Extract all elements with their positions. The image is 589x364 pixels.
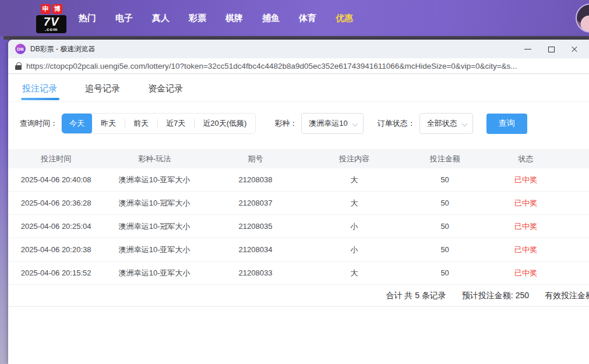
maximize-button[interactable]: [547, 45, 555, 53]
nav-item-slots[interactable]: 电子: [115, 13, 133, 24]
chevron-down-icon: [462, 121, 468, 126]
top-nav-bar: 申 博 7V .com 热门 电子 真人 彩票 棋牌 捕鱼 体育 优惠: [0, 0, 589, 36]
close-button[interactable]: [570, 45, 579, 53]
lottery-select[interactable]: 澳洲幸运10: [301, 113, 363, 134]
minimize-button[interactable]: [524, 45, 532, 53]
user-avatar[interactable]: [576, 3, 589, 33]
table-cell: 21208037: [205, 199, 306, 207]
url-bar[interactable]: https://ctopcp02pcali.uengi5e.com/lotter…: [8, 58, 589, 74]
status-select-value: 全部状态: [427, 118, 457, 129]
time-option-7days[interactable]: 近7天: [157, 114, 194, 133]
table-row: 2025-04-06 20:40:08澳洲幸运10-亚军大小21208038大5…: [8, 168, 589, 192]
table-cell: 21208033: [205, 268, 306, 277]
header-status: 状态: [487, 154, 565, 164]
table-cell: 21208034: [205, 245, 306, 254]
lock-icon: [15, 62, 22, 70]
table-cell: 已中奖: [487, 268, 565, 278]
summary-valid-amount: 有效投注金额: [545, 291, 589, 301]
status-select[interactable]: 全部状态: [419, 113, 473, 134]
logo-box: 7V .com: [36, 15, 66, 33]
table-row: 2025-04-06 20:15:52澳洲幸运10-亚军大小21208033大5…: [8, 261, 589, 285]
browser-window: DB DB彩票 - 极速浏览器 https://ctopcp02pcali.ue…: [8, 40, 589, 364]
nav-item-live[interactable]: 真人: [152, 13, 170, 24]
time-option-today[interactable]: 今天: [62, 114, 92, 133]
table-body: 2025-04-06 20:40:08澳洲幸运10-亚军大小21208038大5…: [8, 168, 589, 285]
lottery-select-value: 澳洲幸运10: [309, 118, 347, 129]
table-row: 2025-04-06 20:20:38澳洲幸运10-亚军大小21208034小5…: [8, 238, 589, 261]
table-summary-row: 合计 共 5 条记录 预计投注金额: 250 有效投注金额: [8, 285, 589, 307]
time-option-day-before[interactable]: 前天: [125, 114, 157, 133]
header-bet-time: 投注时间: [8, 154, 104, 164]
table-cell: 大: [306, 175, 403, 185]
window-title: DB彩票 - 极速浏览器: [30, 44, 524, 54]
nav-item-hot[interactable]: 热门: [79, 13, 96, 24]
table-cell: 澳洲幸运10-亚军大小: [104, 175, 205, 185]
nav-item-lottery[interactable]: 彩票: [189, 13, 206, 24]
table-cell: 已中奖: [487, 245, 565, 255]
table-row: 2025-04-06 20:25:04澳洲幸运10-冠军大小21208035小5…: [8, 215, 589, 238]
nav-menu: 热门 电子 真人 彩票 棋牌 捕鱼 体育 优惠: [79, 0, 353, 36]
table-cell: 2025-04-06 20:20:38: [8, 245, 104, 254]
time-filter-label: 查询时间：: [20, 118, 58, 129]
table-cell: 21208035: [205, 222, 306, 231]
header-lottery-play: 彩种-玩法: [104, 154, 205, 164]
logo-badge-shen: 申: [41, 4, 51, 14]
table-cell: 小: [306, 221, 403, 232]
table-cell: 已中奖: [487, 175, 565, 185]
table-cell: 小: [306, 245, 403, 255]
table-cell: 已中奖: [487, 198, 565, 208]
table-cell: 已中奖: [487, 221, 565, 232]
site-logo[interactable]: 申 博 7V .com: [36, 4, 66, 33]
nav-item-promo[interactable]: 优惠: [336, 13, 353, 24]
time-option-20days[interactable]: 近20天(低频): [194, 114, 255, 133]
filter-bar: 查询时间： 今天 昨天 前天 近7天 近20天(低频) 彩种： 澳洲幸运10 订…: [20, 113, 589, 134]
table-cell: 50: [403, 245, 487, 254]
table-cell: 2025-04-06 20:36:28: [8, 199, 104, 207]
table-cell: 大: [306, 268, 403, 278]
window-controls: [524, 45, 579, 53]
chevron-down-icon: [352, 121, 358, 126]
time-filter-group: 今天 昨天 前天 近7天 近20天(低频): [61, 113, 256, 134]
page-background: 申 博 7V .com 热门 电子 真人 彩票 棋牌 捕鱼 体育 优惠 DB D…: [0, 0, 589, 364]
table-cell: 50: [403, 268, 487, 277]
table-cell: 2025-04-06 20:25:04: [8, 222, 104, 231]
table-header: 投注时间 彩种-玩法 期号 投注内容 投注金额 状态: [8, 149, 589, 168]
bet-records-table: 投注时间 彩种-玩法 期号 投注内容 投注金额 状态 2025-04-06 20…: [8, 149, 589, 307]
status-filter-label: 订单状态：: [378, 118, 415, 129]
nav-item-sports[interactable]: 体育: [299, 13, 316, 24]
lottery-filter-label: 彩种：: [274, 118, 297, 129]
logo-badges: 申 博: [36, 4, 66, 14]
table-cell: 大: [306, 198, 403, 208]
table-cell: 50: [403, 175, 487, 184]
url-text: https://ctopcp02pcali.uengi5e.com/lotter…: [26, 62, 517, 70]
table-cell: 澳洲幸运10-亚军大小: [104, 268, 205, 278]
logo-text: 7V: [38, 16, 65, 27]
nav-item-fishing[interactable]: 捕鱼: [262, 13, 280, 24]
summary-total: 合计 共 5 条记录: [386, 291, 446, 301]
tab-fund-records[interactable]: 资金记录: [148, 83, 183, 101]
summary-expected-amount: 预计投注金额: 250: [462, 291, 529, 301]
table-cell: 50: [403, 222, 487, 231]
tab-chase-records-label: 追号记录: [85, 83, 120, 93]
site-favicon-icon: DB: [15, 44, 26, 54]
header-issue: 期号: [205, 154, 306, 164]
query-button[interactable]: 查询: [486, 114, 527, 134]
table-row: 2025-04-06 20:36:28澳洲幸运10-冠军大小21208037大5…: [8, 192, 589, 215]
record-tabs: 投注记录 追号记录 资金记录: [8, 74, 589, 102]
logo-domain: .com: [38, 27, 65, 32]
tab-fund-records-label: 资金记录: [148, 83, 183, 93]
header-bet-content: 投注内容: [306, 154, 403, 164]
table-cell: 澳洲幸运10-冠军大小: [104, 221, 205, 232]
table-cell: 2025-04-06 20:40:08: [8, 175, 104, 184]
logo-badge-bo: 博: [52, 4, 62, 14]
window-title-bar: DB DB彩票 - 极速浏览器: [8, 40, 589, 58]
table-cell: 21208038: [205, 175, 306, 184]
nav-item-cards[interactable]: 棋牌: [225, 13, 243, 24]
table-cell: 2025-04-06 20:15:52: [8, 268, 104, 277]
table-cell: 澳洲幸运10-亚军大小: [104, 245, 205, 255]
tab-bet-records[interactable]: 投注记录: [22, 83, 57, 101]
table-cell: 澳洲幸运10-冠军大小: [104, 198, 205, 208]
time-option-yesterday[interactable]: 昨天: [92, 114, 125, 133]
header-bet-amount: 投注金额: [403, 154, 487, 164]
tab-chase-records[interactable]: 追号记录: [85, 83, 120, 101]
